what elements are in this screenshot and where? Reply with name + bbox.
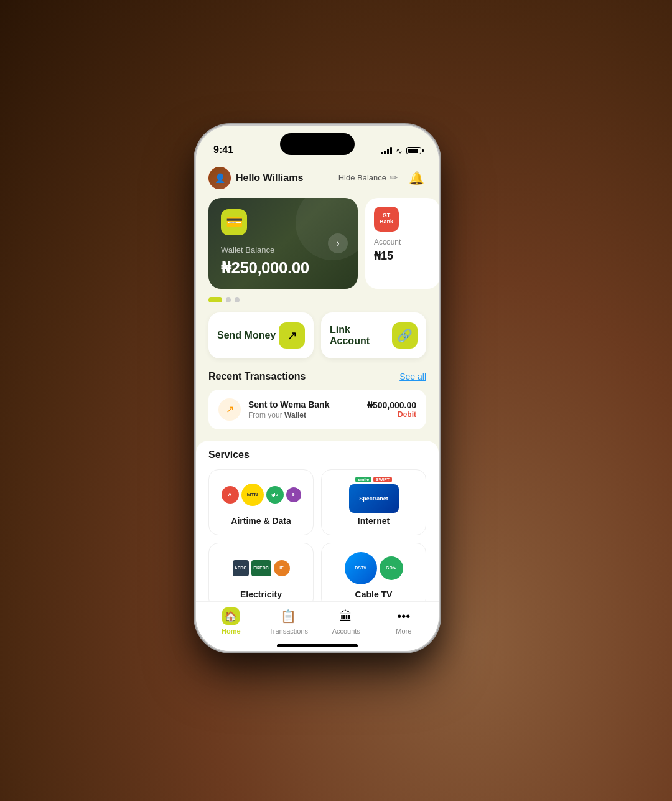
transaction-icon: ↗: [218, 398, 241, 421]
home-icon: 🏠: [222, 607, 240, 625]
services-title: Services: [208, 449, 426, 461]
header-actions: Hide Balance ✏ 🔔: [338, 168, 426, 188]
aedc-icon: AEDC: [233, 560, 249, 576]
electricity-label: Electricity: [240, 589, 282, 599]
status-time: 9:41: [213, 144, 233, 156]
dot-1: [208, 297, 222, 302]
internet-card[interactable]: smile SWIFT Spectranet Internet: [321, 469, 426, 535]
glo-icon: glo: [266, 486, 284, 504]
send-money-label: Send Money: [217, 330, 276, 341]
cable-tv-label: Cable TV: [355, 589, 393, 599]
wallet-card[interactable]: 💳 Wallet Balance ₦250,000.00 ›: [208, 198, 358, 289]
transactions-section: Recent Transactions See all ↗ Sent to We…: [196, 363, 439, 434]
avatar: 👤: [208, 167, 231, 189]
transactions-icon: 📋: [280, 607, 297, 625]
nav-home-label: Home: [222, 627, 241, 635]
nav-home[interactable]: 🏠 Home: [202, 607, 260, 635]
balance-cards-container: 💳 Wallet Balance ₦250,000.00 › GTBank Ac…: [196, 194, 439, 293]
phone-shell: 9:41 ∿ 👤: [196, 126, 439, 651]
see-all-link[interactable]: See all: [399, 372, 426, 382]
wifi-icon: ∿: [396, 146, 403, 156]
quick-actions: Send Money ↗ Link Account 🔗: [196, 307, 439, 363]
transaction-item[interactable]: ↗ Sent to Wema Bank From your Wallet ₦50…: [208, 390, 426, 429]
wallet-arrow-icon[interactable]: ›: [328, 233, 348, 253]
bell-icon: 🔔: [409, 171, 424, 185]
transactions-header: Recent Transactions See all: [208, 371, 426, 382]
cable-tv-card[interactable]: DSTV GOtv Cable TV: [321, 543, 426, 609]
bank-card-label: Account: [374, 238, 401, 246]
bank-card[interactable]: GTBank Account ₦15: [365, 198, 439, 289]
internet-logos: smile SWIFT Spectranet: [349, 479, 399, 511]
wallet-balance: ₦250,000.00: [221, 258, 345, 278]
electricity-logos: AEDC EKEDC IE: [233, 552, 290, 584]
swiftnet-icon: SWIFT: [373, 477, 392, 482]
transaction-details: Sent to Wema Bank From your Wallet: [248, 400, 329, 419]
spectranet-icon: Spectranet: [349, 484, 399, 513]
airtime-data-card[interactable]: A MTN glo 9 Airtime & Data: [208, 469, 314, 535]
ie-icon: IE: [274, 560, 290, 576]
send-money-button[interactable]: Send Money ↗: [208, 312, 314, 358]
airtime-label: Airtime & Data: [231, 516, 291, 526]
user-info: 👤 Hello Williams: [208, 167, 303, 189]
electricity-card[interactable]: AEDC EKEDC IE Electricity: [208, 543, 314, 609]
smile-icon: smile: [355, 477, 371, 482]
link-account-icon: 🔗: [392, 322, 418, 349]
home-indicator-bar: [277, 644, 358, 647]
transaction-right: ₦500,000.00 Debit: [367, 400, 416, 419]
transaction-source: Wallet: [284, 411, 306, 419]
transaction-sub: From your Wallet: [248, 411, 329, 419]
airtel-icon: A: [222, 486, 239, 504]
send-money-icon: ↗: [279, 322, 305, 349]
accounts-icon: 🏛: [337, 607, 355, 625]
signal-icon: [381, 147, 392, 154]
transaction-amount: ₦500,000.00: [367, 400, 416, 410]
more-icon: •••: [395, 607, 413, 625]
wallet-icon-wrapper: 💳: [221, 209, 247, 235]
nav-transactions-label: Transactions: [269, 627, 308, 635]
internet-label: Internet: [358, 516, 390, 526]
mtn-icon: MTN: [241, 484, 264, 506]
eye-slash-icon: ✏: [390, 172, 398, 184]
nav-accounts[interactable]: 🏛 Accounts: [317, 607, 375, 635]
bank-card-balance: ₦15: [374, 249, 393, 263]
dot-2: [226, 297, 231, 302]
greeting-text: Hello Williams: [236, 172, 303, 184]
nine-mobile-icon: 9: [286, 487, 301, 502]
transactions-title: Recent Transactions: [208, 371, 306, 382]
transaction-type: Debit: [367, 410, 416, 419]
notification-button[interactable]: 🔔: [406, 168, 426, 188]
nav-transactions[interactable]: 📋 Transactions: [260, 607, 318, 635]
app-header: 👤 Hello Williams Hide Balance ✏ 🔔: [196, 159, 439, 194]
dynamic-island: [280, 133, 355, 155]
hide-balance-button[interactable]: Hide Balance ✏: [338, 172, 398, 184]
services-section: Services A MTN glo 9 Airtime & Data: [196, 441, 439, 617]
nav-more[interactable]: ••• More: [375, 607, 433, 635]
transaction-left: ↗ Sent to Wema Bank From your Wallet: [218, 398, 329, 421]
gtbank-logo: GTBank: [374, 207, 399, 232]
link-account-label: Link Account: [330, 324, 392, 347]
dot-3: [235, 297, 240, 302]
status-icons: ∿: [381, 146, 421, 156]
cable-tv-logos: DSTV GOtv: [345, 552, 403, 584]
link-account-button[interactable]: Link Account 🔗: [321, 312, 426, 358]
carousel-dots: [196, 293, 439, 307]
ekedc-icon: EKEDC: [251, 560, 271, 576]
avatar-image: 👤: [208, 167, 231, 189]
transaction-name: Sent to Wema Bank: [248, 400, 329, 410]
gotv-icon: GOtv: [386, 566, 396, 570]
airtime-logos: A MTN glo 9: [222, 479, 301, 511]
battery-icon: [406, 147, 421, 154]
dstv-icon: DSTV: [355, 566, 366, 571]
nav-accounts-label: Accounts: [332, 627, 360, 635]
wallet-card-label: Wallet Balance: [221, 245, 345, 255]
services-grid: A MTN glo 9 Airtime & Data smile: [208, 469, 426, 609]
bottom-navigation: 🏠 Home 📋 Transactions 🏛 Accounts ••• Mor…: [196, 601, 439, 651]
nav-more-label: More: [396, 627, 411, 635]
wallet-icon: 💳: [226, 214, 243, 230]
app-screen: 👤 Hello Williams Hide Balance ✏ 🔔: [196, 159, 439, 651]
